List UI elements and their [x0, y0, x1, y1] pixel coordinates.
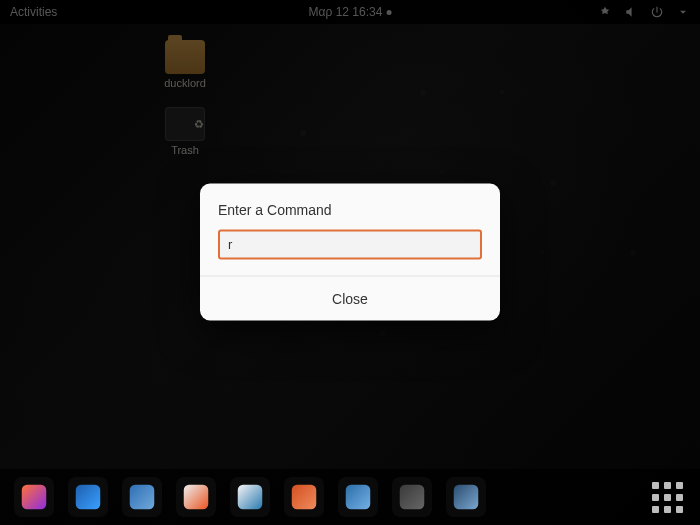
rhythmbox-icon: [182, 483, 210, 511]
svg-rect-5: [292, 485, 317, 510]
svg-rect-1: [76, 485, 101, 510]
close-button[interactable]: Close: [200, 276, 500, 320]
dock-item-screenshot[interactable]: [446, 477, 486, 517]
dock-item-software[interactable]: [284, 477, 324, 517]
dock-item-files[interactable]: [122, 477, 162, 517]
svg-rect-4: [238, 485, 263, 510]
command-input[interactable]: [218, 229, 482, 259]
dialog-title: Enter a Command: [218, 201, 482, 217]
dock-item-rhythmbox[interactable]: [176, 477, 216, 517]
svg-rect-3: [184, 485, 209, 510]
svg-rect-0: [22, 485, 47, 510]
show-applications-button[interactable]: [648, 478, 686, 516]
svg-rect-7: [400, 485, 425, 510]
run-command-dialog: Enter a Command Close: [200, 183, 500, 320]
dock: [0, 469, 700, 525]
svg-rect-2: [130, 485, 155, 510]
libreoffice-writer-icon: [236, 483, 264, 511]
help-icon: [344, 483, 372, 511]
dock-item-libreoffice-writer[interactable]: [230, 477, 270, 517]
screenshot-icon: [452, 483, 480, 511]
dock-item-settings[interactable]: [392, 477, 432, 517]
settings-icon: [398, 483, 426, 511]
svg-rect-6: [346, 485, 371, 510]
software-icon: [290, 483, 318, 511]
files-icon: [128, 483, 156, 511]
dock-item-thunderbird[interactable]: [68, 477, 108, 517]
svg-rect-8: [454, 485, 479, 510]
dock-item-help[interactable]: [338, 477, 378, 517]
dock-item-firefox[interactable]: [14, 477, 54, 517]
thunderbird-icon: [74, 483, 102, 511]
firefox-icon: [20, 483, 48, 511]
